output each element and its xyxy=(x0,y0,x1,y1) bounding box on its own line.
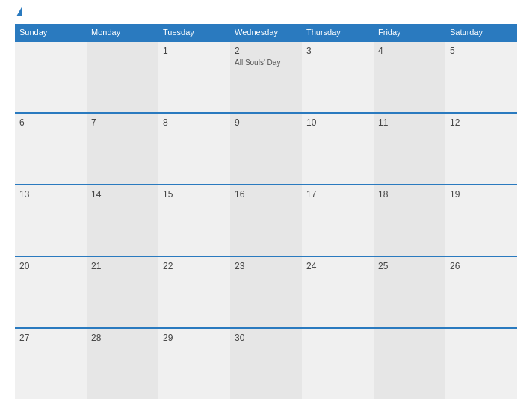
calendar-cell xyxy=(302,329,374,399)
day-number: 19 xyxy=(450,189,513,200)
logo xyxy=(15,12,22,16)
calendar-cell xyxy=(15,42,87,112)
day-number: 15 xyxy=(163,189,226,200)
weekday-header-tuesday: Tuesday xyxy=(158,24,230,40)
weekday-header-saturday: Saturday xyxy=(445,24,517,40)
weekday-header-friday: Friday xyxy=(374,24,445,40)
day-event: All Souls' Day xyxy=(235,58,297,67)
day-number: 27 xyxy=(19,333,82,343)
calendar: SundayMondayTuesdayWednesdayThursdayFrid… xyxy=(15,24,517,399)
day-number: 7 xyxy=(91,117,154,128)
day-number: 12 xyxy=(450,117,513,128)
calendar-cell: 13 xyxy=(15,185,87,256)
day-number: 10 xyxy=(306,117,369,128)
day-number: 25 xyxy=(378,261,441,271)
calendar-cell: 17 xyxy=(302,185,374,256)
day-number: 8 xyxy=(163,117,226,128)
calendar-cell: 26 xyxy=(445,257,517,327)
calendar-cell: 23 xyxy=(230,257,302,327)
day-number: 17 xyxy=(306,189,369,200)
day-number: 28 xyxy=(91,333,154,343)
calendar-cell: 15 xyxy=(158,185,230,256)
day-number: 24 xyxy=(306,261,369,271)
calendar-cell: 27 xyxy=(15,329,87,399)
calendar-cell: 19 xyxy=(445,185,517,256)
calendar-cell xyxy=(445,329,517,399)
day-number: 26 xyxy=(450,261,513,271)
day-number: 11 xyxy=(378,117,441,128)
calendar-week-5: 27282930 xyxy=(15,327,517,399)
calendar-week-1: 12All Souls' Day345 xyxy=(15,40,517,112)
calendar-cell: 10 xyxy=(302,114,374,184)
calendar-cell: 12 xyxy=(445,114,517,184)
day-number: 6 xyxy=(19,117,82,128)
calendar-cell: 29 xyxy=(158,329,230,399)
day-number: 16 xyxy=(235,189,297,200)
calendar-cell: 8 xyxy=(158,114,230,184)
day-number: 3 xyxy=(306,46,369,56)
calendar-cell: 24 xyxy=(302,257,374,327)
calendar-cell: 21 xyxy=(87,257,158,327)
calendar-cell: 16 xyxy=(230,185,302,256)
calendar-cell: 1 xyxy=(158,42,230,112)
day-number: 21 xyxy=(91,261,154,271)
day-number: 30 xyxy=(235,333,297,343)
day-number: 18 xyxy=(378,189,441,200)
weekday-header-monday: Monday xyxy=(87,24,158,40)
calendar-cell: 18 xyxy=(374,185,445,256)
calendar-cell xyxy=(374,329,445,399)
calendar-cell: 4 xyxy=(374,42,445,112)
weekday-header-sunday: Sunday xyxy=(15,24,87,40)
day-number: 4 xyxy=(378,46,441,56)
calendar-cell: 7 xyxy=(87,114,158,184)
day-number: 1 xyxy=(163,46,226,56)
calendar-cell: 6 xyxy=(15,114,87,184)
logo-triangle-icon xyxy=(16,6,22,16)
page-header xyxy=(15,12,517,16)
calendar-cell: 5 xyxy=(445,42,517,112)
calendar-cell: 9 xyxy=(230,114,302,184)
calendar-cell: 30 xyxy=(230,329,302,399)
day-number: 29 xyxy=(163,333,226,343)
calendar-cell: 14 xyxy=(87,185,158,256)
day-number: 14 xyxy=(91,189,154,200)
calendar-cell: 20 xyxy=(15,257,87,327)
weekday-header-thursday: Thursday xyxy=(302,24,374,40)
calendar-cell xyxy=(87,42,158,112)
day-number: 2 xyxy=(235,46,297,56)
calendar-page: SundayMondayTuesdayWednesdayThursdayFrid… xyxy=(0,0,532,411)
day-number: 22 xyxy=(163,261,226,271)
day-number: 20 xyxy=(19,261,82,271)
calendar-cell: 2All Souls' Day xyxy=(230,42,302,112)
calendar-cell: 28 xyxy=(87,329,158,399)
calendar-week-3: 13141516171819 xyxy=(15,184,517,256)
day-number: 23 xyxy=(235,261,297,271)
day-number: 13 xyxy=(19,189,82,200)
calendar-cell: 22 xyxy=(158,257,230,327)
calendar-cell: 3 xyxy=(302,42,374,112)
calendar-week-4: 20212223242526 xyxy=(15,256,517,327)
day-number: 5 xyxy=(450,46,513,56)
weekday-header-wednesday: Wednesday xyxy=(230,24,302,40)
calendar-body: 12All Souls' Day345678910111213141516171… xyxy=(15,40,517,399)
day-number: 9 xyxy=(235,117,297,128)
calendar-week-2: 6789101112 xyxy=(15,112,517,184)
calendar-cell: 11 xyxy=(374,114,445,184)
calendar-cell: 25 xyxy=(374,257,445,327)
calendar-header-row: SundayMondayTuesdayWednesdayThursdayFrid… xyxy=(15,24,517,40)
